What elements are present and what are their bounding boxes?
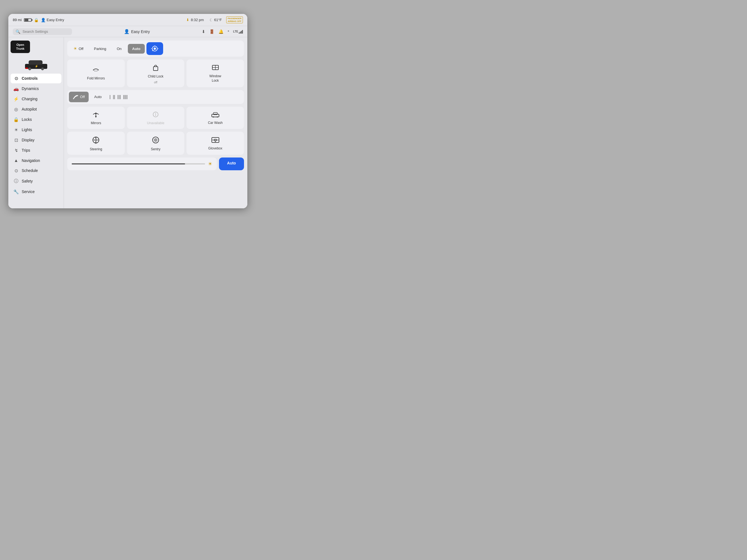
svg-rect-12 [153,67,158,71]
svg-text:A: A [152,49,153,51]
open-trunk-button[interactable]: Open Trunk [10,41,30,53]
lights-icon: ☀ [14,127,19,133]
unavailable-icon [152,111,159,119]
svg-point-3 [41,68,44,70]
lights-autopilot-button[interactable]: A [147,42,163,55]
profile-icon: 👤 [124,29,129,34]
wiper-speed-3[interactable]: ||| [117,95,121,100]
service-icon: 🔧 [14,189,19,194]
wiper-off-button[interactable]: Off [69,92,89,102]
autopilot-icon-svg: A [151,46,159,52]
fold-mirrors-card[interactable]: Fold Mirrors [67,59,125,87]
temp-display: ☾ 61°F [209,18,222,22]
wiper-speed-1[interactable]: | [109,95,111,100]
svg-rect-4 [25,68,28,69]
sidebar-item-trips[interactable]: ↯ Trips [10,145,61,155]
moon-icon: ☾ [209,18,213,22]
child-lock-card[interactable]: Child Lock off [127,59,184,87]
content-area: ☀ Off Parking On Auto [64,37,247,208]
wiper-speed-4[interactable]: |||| [123,95,128,100]
status-center: ⬇ 8:32 pm ☾ 61°F [186,18,222,22]
car-wash-icon [211,111,220,119]
sidebar-item-lights[interactable]: ☀ Lights [10,125,61,135]
svg-point-20 [155,113,156,114]
sidebar-item-navigation[interactable]: ▲ Navigation [10,156,61,165]
wiper-control-row: Off Auto | || ||| |||| [67,90,244,104]
sidebar-item-safety[interactable]: ⓘ Safety [10,176,61,186]
profile-name-bar: 👤 Easy Entry [76,29,197,34]
window-lock-icon [212,65,219,73]
svg-point-27 [95,139,97,141]
sidebar-item-locks[interactable]: 🔒 Locks [10,115,61,125]
sidebar-item-display[interactable]: ⊡ Display [10,135,61,145]
lights-auto-button[interactable]: Auto [128,44,145,54]
bell-status-icon: 🔔 [218,29,224,34]
sidebar-item-schedule[interactable]: ⊙ Schedule [10,166,61,176]
sentry-label: Sentry [151,147,161,152]
wiper-auto-button[interactable]: Auto [90,92,106,102]
wiper-icon [73,95,78,100]
unavailable-label: Unavailable [147,121,164,126]
auto-brightness-button[interactable]: Auto [219,158,244,170]
status-icons: ⬇ 🚪 🔔 * LTE [202,29,243,34]
lights-control-row: ☀ Off Parking On Auto [67,41,244,57]
sidebar-item-controls[interactable]: ⊙ Controls [10,74,61,83]
sidebar-item-dynamics[interactable]: 🚗 Dynamics [10,84,61,94]
search-icon: 🔍 [16,29,20,34]
steering-card[interactable]: Steering [67,132,125,155]
svg-text:⚡: ⚡ [35,64,38,68]
car-wash-card[interactable]: Car Wash [186,107,244,129]
fold-mirrors-icon [92,67,100,75]
unavailable-card: Unavailable [127,107,184,129]
download-status-icon: ⬇ [202,29,205,34]
fold-mirrors-label: Fold Mirrors [87,76,105,81]
window-lock-card[interactable]: Window Lock [186,59,244,87]
search-input[interactable] [23,29,69,34]
car-svg: ⚡ [24,57,49,71]
status-bar-2: 🔍 👤 Easy Entry ⬇ 🚪 🔔 * LTE [8,26,247,37]
svg-rect-21 [155,114,156,116]
search-bar[interactable]: 🔍 [13,28,72,35]
status-left: 89 mi 🔒 👤 Easy Entry [13,18,182,22]
signal-bars [239,30,243,34]
main-layout: Open Trunk ⚡ ⊙ Controls [8,37,247,208]
svg-point-2 [28,68,31,70]
sentry-card[interactable]: Sentry [127,132,184,155]
sidebar-item-service[interactable]: 🔧 Service [10,187,61,197]
lights-off-button[interactable]: ☀ Off [69,43,88,54]
window-lock-label: Window Lock [209,74,221,83]
sidebar-item-charging[interactable]: ⚡ Charging [10,94,61,104]
svg-point-7 [154,48,156,50]
lte-label: LTE [233,30,238,33]
dynamics-icon: 🚗 [14,86,19,91]
lights-on-button[interactable]: On [112,44,126,54]
safety-icon: ⓘ [14,178,19,184]
trips-icon: ↯ [14,148,19,153]
svg-point-24 [213,116,214,117]
sidebar-item-autopilot[interactable]: ◎ Autopilot [10,104,61,114]
controls-row-3: Steering Sentry [67,132,244,155]
bottom-row: ☀ Auto [67,158,244,170]
sun-dim-icon: ☀ [73,46,77,51]
brightness-card: ☀ [67,158,217,170]
brightness-slider[interactable] [72,163,205,164]
time-display: ⬇ 8:32 pm [186,18,204,22]
door-status-icon: 🚪 [209,29,214,34]
lights-parking-button[interactable]: Parking [89,44,111,54]
child-lock-icon [152,64,159,73]
navigation-icon: ▲ [14,158,19,163]
display-icon: ⊡ [14,137,19,143]
svg-marker-18 [95,116,97,118]
bluetooth-status-icon: * [228,29,229,34]
wiper-speed-marks: | || ||| |||| [107,95,130,100]
sidebar-top-area: Open Trunk [10,41,61,55]
sidebar: Open Trunk ⚡ ⊙ Controls [8,37,64,208]
controls-row-1: Fold Mirrors Child Lock off [67,59,244,87]
child-lock-sublabel: off [154,81,157,84]
mirrors-card[interactable]: Mirrors [67,107,125,129]
glovebox-card[interactable]: Glovebox [186,132,244,155]
steering-label: Steering [90,147,102,152]
svg-point-37 [155,139,156,140]
wiper-speed-2[interactable]: || [113,95,115,100]
glovebox-icon [211,137,220,145]
